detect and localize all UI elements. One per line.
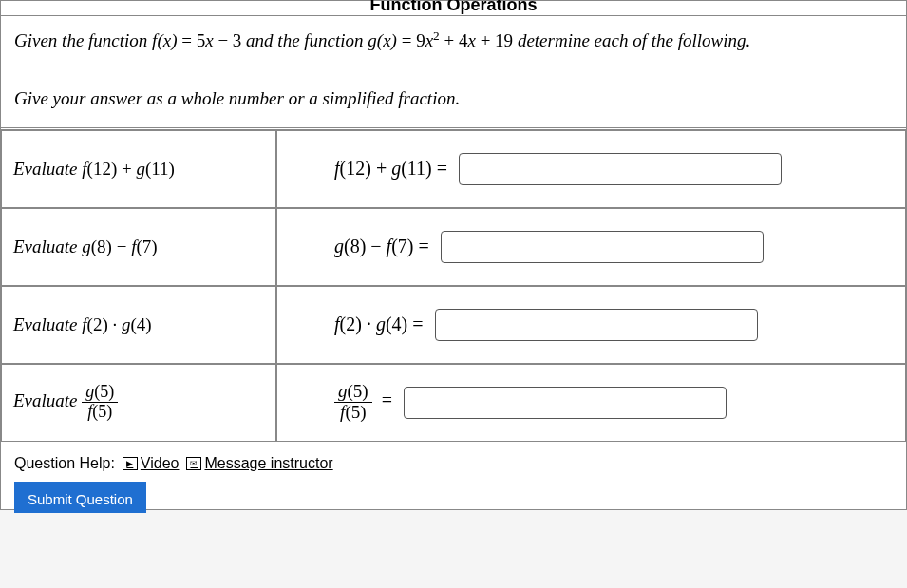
row-3-answer-cell: f(2) · g(4) = [276, 286, 906, 364]
row-2-input[interactable] [441, 231, 764, 263]
section-title: Function Operations [1, 0, 906, 16]
row-3-expression: f(2) · g(4) = [334, 313, 424, 335]
message-instructor-link[interactable]: ✉ Message instructor [186, 455, 332, 472]
submit-button[interactable]: Submit Question [14, 482, 146, 513]
row-4-input[interactable] [404, 387, 727, 419]
answer-grid: Evaluate f(12) + g(11) f(12) + g(11) = E… [1, 130, 906, 442]
row-3-label: Evaluate f(2) · g(4) [1, 286, 276, 364]
f-definition: f(x) = 5x − 3 [152, 30, 246, 50]
row-2-answer-cell: g(8) − f(7) = [276, 208, 906, 286]
row-1-expression: f(12) + g(11) = [334, 158, 447, 180]
help-row: Question Help: ▶ Video ✉ Message instruc… [1, 442, 906, 482]
row-4-answer-cell: g(5) f(5) = [276, 364, 906, 442]
row-2-label: Evaluate g(8) − f(7) [1, 208, 276, 286]
row-3-input[interactable] [435, 309, 758, 341]
row-4-expression: g(5) f(5) = [334, 382, 392, 423]
g-definition: g(x) = 9x2 + 4x + 19 [368, 30, 518, 50]
row-1-answer-cell: f(12) + g(11) = [276, 130, 906, 208]
row-1-input[interactable] [459, 153, 782, 185]
row-4-label: Evaluate g(5) f(5) [1, 364, 276, 442]
instruction-text: Give your answer as a whole number or a … [14, 88, 460, 108]
row-1-label: Evaluate f(12) + g(11) [1, 130, 276, 208]
prompt-text-1: Given the function [14, 30, 152, 50]
play-icon: ▶ [123, 457, 138, 470]
help-label: Question Help: [14, 455, 115, 472]
question-container: Function Operations Given the function f… [0, 0, 907, 510]
mail-icon: ✉ [186, 457, 201, 470]
row-2-expression: g(8) − f(7) = [334, 236, 429, 257]
prompt-text-2: and the function [246, 30, 368, 50]
prompt: Given the function f(x) = 5x − 3 and the… [1, 16, 906, 130]
prompt-text-3: determine each of the following. [518, 30, 750, 50]
video-link[interactable]: ▶ Video [123, 455, 180, 472]
